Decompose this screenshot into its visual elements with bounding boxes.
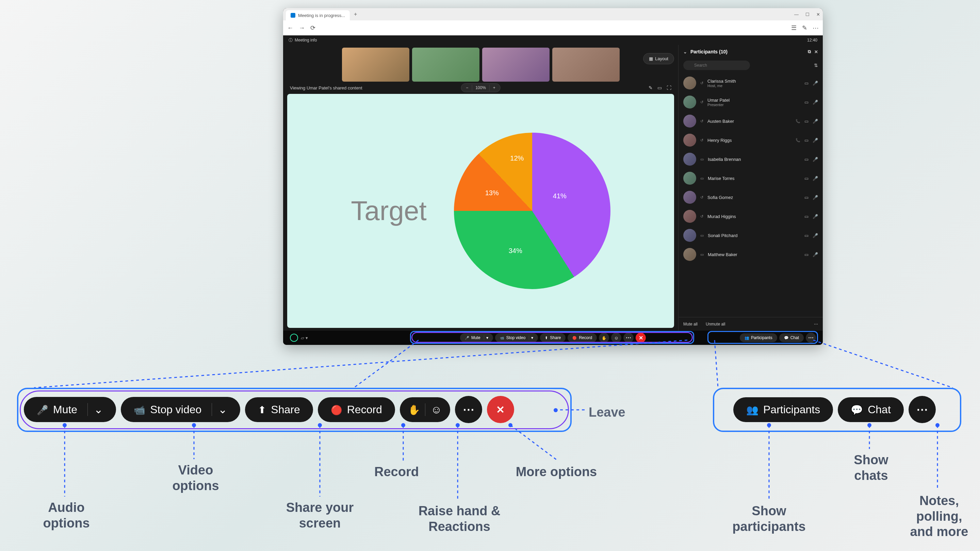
- participants-footer: Mute all Unmute all ⋯: [679, 317, 823, 330]
- footer-more-icon[interactable]: ⋯: [814, 322, 818, 327]
- panel-more-button[interactable]: [806, 333, 816, 343]
- link-icon: ↺: [700, 100, 703, 105]
- big-chat-button[interactable]: Chat: [838, 397, 904, 422]
- tab-title: Meeting is in progress...: [298, 13, 345, 18]
- avatar: [683, 210, 696, 223]
- big-panel-more-button[interactable]: [908, 396, 936, 423]
- camera-icon: ▭: [804, 157, 808, 162]
- close-window-button[interactable]: ✕: [816, 12, 820, 17]
- connector-dot: [554, 408, 558, 412]
- meeting-info-label[interactable]: Meeting info: [295, 38, 317, 43]
- record-icon: [331, 403, 342, 416]
- camera-icon: ▭: [804, 214, 808, 219]
- chat-button[interactable]: Chat: [779, 333, 804, 342]
- forward-button[interactable]: →: [299, 24, 305, 32]
- video-thumbnail[interactable]: [342, 48, 409, 82]
- annotation-raise: Raise hand & Reactions: [405, 503, 514, 534]
- participant-row[interactable]: ▭Matthew Baker▭🎤: [679, 245, 823, 264]
- menu-icon[interactable]: ☰: [791, 24, 797, 32]
- participant-name: Clarissa SmithHost, me: [708, 79, 800, 88]
- mic-status-icon: 🎤: [813, 214, 818, 219]
- zoom-in-button[interactable]: +: [490, 85, 499, 91]
- participant-name: Sofia Gomez: [708, 195, 800, 200]
- people-icon: [746, 403, 759, 416]
- callout-right: Participants Chat: [733, 396, 936, 423]
- participant-row[interactable]: ↺Henry Riggs📞▭🎤: [679, 130, 823, 150]
- highlight-box-inner: [411, 332, 693, 343]
- participant-row[interactable]: ↺Umar PatelPresenter▭🎤: [679, 92, 823, 111]
- big-leave-button[interactable]: [487, 396, 514, 423]
- participant-row[interactable]: ▭Isabella Brennan▭🎤: [679, 150, 823, 169]
- link-icon: ↺: [700, 138, 703, 143]
- avatar: [683, 229, 696, 242]
- mic-status-icon: 🎤: [813, 100, 818, 105]
- participant-name: Murad Higgins: [708, 214, 800, 219]
- new-tab-button[interactable]: +: [354, 11, 357, 17]
- link-icon: ↺: [700, 81, 703, 86]
- more-icon: [463, 403, 474, 416]
- mic-status-icon: 🎤: [813, 195, 818, 200]
- big-participants-button[interactable]: Participants: [733, 397, 833, 422]
- participant-name: Matthew Baker: [708, 252, 800, 257]
- participant-row[interactable]: ↺Austen Baker📞▭🎤: [679, 111, 823, 130]
- avatar: [683, 76, 696, 89]
- browser-tab[interactable]: Meeting is in progress...: [286, 10, 350, 21]
- main-area: ▦ Layout Viewing Umar Patel's shared con…: [283, 45, 823, 330]
- annotation-share: Share your screen: [275, 500, 364, 531]
- participant-row[interactable]: ↺Clarissa SmithHost, me▭🎤: [679, 73, 823, 92]
- more-icon[interactable]: ⋯: [813, 24, 819, 32]
- chat-icon: [784, 335, 788, 340]
- screen-icon[interactable]: ▭: [657, 85, 662, 91]
- chat-icon: [851, 403, 863, 416]
- camera-icon: ▭: [804, 138, 808, 143]
- video-thumbnail[interactable]: [552, 48, 620, 82]
- mic-status-icon: 🎤: [813, 176, 818, 181]
- close-panel-icon[interactable]: ✕: [814, 49, 818, 54]
- link-icon: ▭: [700, 252, 704, 257]
- search-input[interactable]: [683, 60, 750, 70]
- fullscreen-icon[interactable]: ⛶: [667, 85, 671, 91]
- refresh-button[interactable]: ⟳: [310, 24, 315, 32]
- avatar: [683, 172, 696, 185]
- sort-icon[interactable]: ⇅: [814, 63, 818, 68]
- annotate-icon[interactable]: ✎: [649, 85, 653, 91]
- big-mute-button[interactable]: Mute⌄: [24, 397, 116, 422]
- chevron-down-icon[interactable]: ⌄: [212, 403, 227, 416]
- layout-button[interactable]: ▦ Layout: [643, 53, 674, 64]
- pie-label: 12%: [510, 154, 524, 162]
- assistant-button[interactable]: [290, 333, 298, 342]
- participants-button[interactable]: Participants: [740, 333, 777, 342]
- people-icon: [745, 335, 749, 340]
- big-record-button[interactable]: Record: [318, 397, 395, 422]
- chevron-down-icon[interactable]: ⌄: [88, 403, 103, 416]
- unmute-all-button[interactable]: Unmute all: [706, 322, 725, 327]
- popout-icon[interactable]: ⧉: [808, 49, 811, 54]
- minimize-button[interactable]: —: [794, 12, 799, 17]
- big-stop-video-button[interactable]: Stop video⌄: [121, 397, 240, 422]
- mic-status-icon: 🎤: [813, 157, 818, 162]
- participants-title: Participants (10): [690, 49, 727, 54]
- info-icon[interactable]: ⓘ: [288, 37, 293, 43]
- video-thumbnail[interactable]: [412, 48, 479, 82]
- mute-all-button[interactable]: Mute all: [683, 322, 698, 327]
- video-thumbnail[interactable]: [482, 48, 550, 82]
- participant-row[interactable]: ↺Murad Higgins▭🎤: [679, 207, 823, 226]
- zoom-out-button[interactable]: −: [463, 85, 472, 91]
- avatar: [683, 114, 696, 127]
- big-share-button[interactable]: Share: [245, 397, 313, 422]
- participant-row[interactable]: ▭Sonali Pitchard▭🎤: [679, 226, 823, 245]
- big-hand-reactions-button[interactable]: [400, 397, 450, 422]
- participant-row[interactable]: ▭Marise Torres▭🎤: [679, 169, 823, 188]
- collapse-icon[interactable]: ⌄: [683, 49, 687, 54]
- big-more-button[interactable]: [455, 396, 482, 423]
- maximize-button[interactable]: ☐: [805, 12, 810, 17]
- pin-button[interactable]: ▱ ▾: [301, 335, 308, 340]
- participant-row[interactable]: ↺Sofia Gomez▭🎤: [679, 188, 823, 207]
- annotation-video: Video options: [163, 462, 228, 494]
- pie-label: 34%: [509, 247, 522, 255]
- nav-toolbar: ← → ⟳ ☰ ✎ ⋯: [283, 21, 823, 35]
- edit-icon[interactable]: ✎: [802, 24, 807, 32]
- back-button[interactable]: ←: [287, 24, 293, 32]
- hand-icon: [408, 403, 420, 416]
- share-status: Viewing Umar Patel's shared content: [290, 86, 363, 91]
